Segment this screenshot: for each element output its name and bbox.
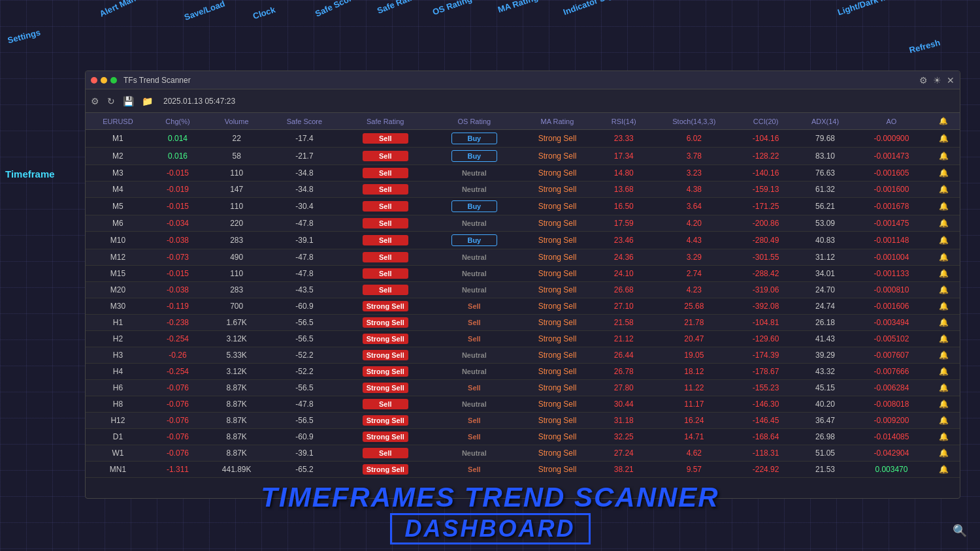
cell-rsi: 26.44 (596, 347, 651, 364)
cell-sr: Sell (341, 249, 430, 266)
cell-bell[interactable]: 🔔 (928, 249, 960, 266)
cell-chg: -0.073 (150, 249, 205, 266)
cell-stoch: 4.43 (651, 232, 736, 249)
folder-icon[interactable]: 📁 (142, 96, 153, 106)
bottom-banner: TIMEFRAMES TREND SCANNER DASHBOARD (0, 482, 980, 544)
table-row: M5 -0.015 110 -30.4 Sell Buy Strong Sell… (86, 198, 960, 215)
sr-badge: Strong Sell (363, 317, 408, 328)
cell-adx: 24.74 (795, 298, 855, 315)
cell-rsi: 30.44 (596, 396, 651, 413)
col-bell: 🔔 (928, 113, 960, 130)
cell-bell[interactable]: 🔔 (928, 364, 960, 380)
gear-icon[interactable]: ⚙ (91, 96, 99, 106)
cell-tf: M5 (86, 198, 150, 215)
cell-bell[interactable]: 🔔 (928, 215, 960, 232)
ma-badge: Strong Sell (538, 134, 577, 143)
cell-rsi: 27.10 (596, 298, 651, 315)
cell-bell[interactable]: 🔔 (928, 331, 960, 347)
cell-ao: -0.006284 (855, 380, 928, 396)
cell-cci: -301.55 (736, 249, 795, 266)
cell-tf: D1 (86, 429, 150, 445)
cell-bell[interactable]: 🔔 (928, 396, 960, 413)
cell-vol: 147 (205, 181, 268, 198)
cell-vol: 8.87K (205, 413, 268, 429)
cell-cci: -280.49 (736, 232, 795, 249)
cell-bell[interactable]: 🔔 (928, 315, 960, 331)
table-row: M2 0.016 58 -21.7 Sell Buy Strong Sell 1… (86, 148, 960, 165)
close-button[interactable]: ✕ (947, 75, 955, 86)
cell-ma: Strong Sell (519, 282, 596, 298)
col-ma-rating: MA Rating (519, 113, 596, 130)
cell-adx: 31.12 (795, 249, 855, 266)
cell-sr: Sell (341, 165, 430, 181)
cell-vol: 8.87K (205, 396, 268, 413)
title-bar: TFs Trend Scanner ⚙ ☀ ✕ (86, 71, 960, 89)
cell-bell[interactable]: 🔔 (928, 413, 960, 429)
cell-ma: Strong Sell (519, 215, 596, 232)
theme-toggle-icon[interactable]: ☀ (933, 75, 941, 86)
cell-ma: Strong Sell (519, 380, 596, 396)
cell-tf: H4 (86, 364, 150, 380)
col-safe-rating: Safe Rating (341, 113, 430, 130)
search-icon[interactable]: 🔍 (953, 524, 967, 538)
cell-ma: Strong Sell (519, 429, 596, 445)
cell-bell[interactable]: 🔔 (928, 181, 960, 198)
cell-stoch: 18.12 (651, 364, 736, 380)
cell-ao: -0.001004 (855, 249, 928, 266)
cell-tf: M6 (86, 215, 150, 232)
cell-bell[interactable]: 🔔 (928, 148, 960, 165)
sr-badge: Strong Sell (363, 366, 408, 377)
cell-adx: 83.10 (795, 148, 855, 165)
cell-vol: 283 (205, 282, 268, 298)
cell-bell[interactable]: 🔔 (928, 266, 960, 282)
cell-bell[interactable]: 🔔 (928, 282, 960, 298)
cell-stoch: 11.17 (651, 396, 736, 413)
sr-badge: Sell (363, 133, 408, 144)
cell-vol: 58 (205, 148, 268, 165)
cell-bell[interactable]: 🔔 (928, 462, 960, 478)
cell-bell[interactable]: 🔔 (928, 429, 960, 445)
cell-bell[interactable]: 🔔 (928, 198, 960, 215)
cell-stoch: 4.23 (651, 282, 736, 298)
cell-bell[interactable]: 🔔 (928, 347, 960, 364)
cell-os: Sell (430, 462, 519, 478)
os-badge: Sell (451, 432, 497, 442)
ma-badge: Strong Sell (538, 202, 577, 211)
cell-sr: Sell (341, 215, 430, 232)
cell-bell[interactable]: 🔔 (928, 380, 960, 396)
maximize-dot[interactable] (110, 77, 117, 84)
cell-chg: -0.015 (150, 198, 205, 215)
ma-badge: Strong Sell (538, 432, 577, 441)
cell-chg: -0.076 (150, 445, 205, 462)
cell-bell[interactable]: 🔔 (928, 298, 960, 315)
cell-os: Buy (430, 198, 519, 215)
timeframe-label[interactable]: Timeframe (5, 168, 55, 180)
os-badge: Neutral (451, 350, 497, 360)
ma-badge: Strong Sell (538, 219, 577, 228)
sr-badge: Sell (363, 448, 408, 458)
cell-ss: -39.1 (268, 232, 340, 249)
cell-rsi: 13.68 (596, 181, 651, 198)
save-icon[interactable]: 💾 (123, 96, 134, 106)
table-row: MN1 -1.311 441.89K -65.2 Strong Sell Sel… (86, 462, 960, 478)
cell-vol: 220 (205, 215, 268, 232)
settings-icon[interactable]: ⚙ (919, 75, 928, 86)
cell-bell[interactable]: 🔔 (928, 130, 960, 148)
cell-stoch: 4.20 (651, 215, 736, 232)
close-dot[interactable] (91, 77, 97, 84)
window-title: TFs Trend Scanner (123, 76, 919, 85)
cell-tf: H6 (86, 380, 150, 396)
cell-os: Buy (430, 148, 519, 165)
refresh-icon[interactable]: ↻ (107, 96, 115, 106)
cell-bell[interactable]: 🔔 (928, 445, 960, 462)
sr-badge: Sell (363, 168, 408, 178)
cell-bell[interactable]: 🔔 (928, 165, 960, 181)
cell-chg: 0.016 (150, 148, 205, 165)
cell-tf: M10 (86, 232, 150, 249)
minimize-dot[interactable] (101, 77, 107, 84)
cell-ao: -0.007607 (855, 347, 928, 364)
os-badge: Neutral (451, 268, 497, 279)
cell-stoch: 20.47 (651, 331, 736, 347)
cell-tf: M30 (86, 298, 150, 315)
cell-bell[interactable]: 🔔 (928, 232, 960, 249)
